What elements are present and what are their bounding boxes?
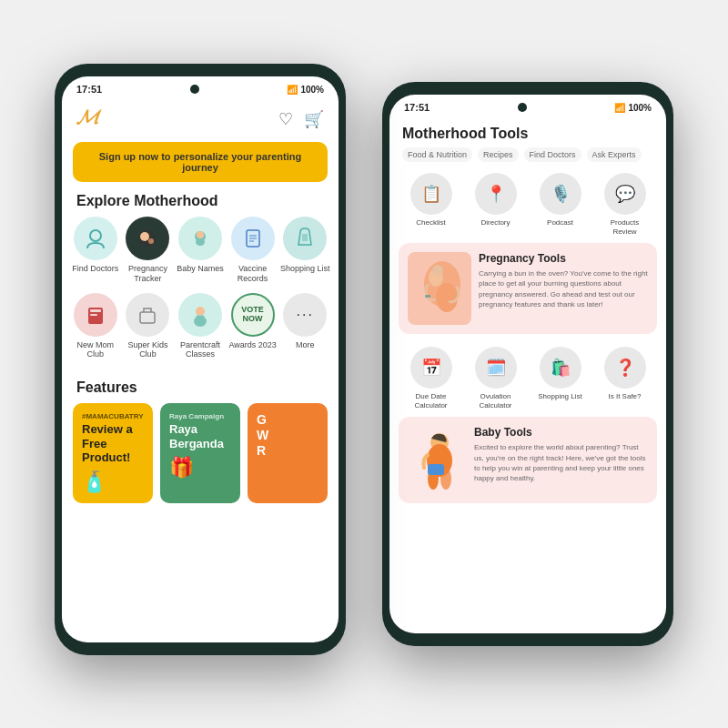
ovulation-label: Ovulation Calculator [469,392,523,410]
baby-image [408,426,467,494]
checklist-icon: 📋 [410,173,452,215]
tab-ask-experts[interactable]: Ask Experts [587,147,642,162]
baby-tools-desc: Excited to explore the world about paren… [474,442,648,483]
grid-awards-2023[interactable]: VOTENOW Awards 2023 [228,293,278,360]
tab-food-nutrition[interactable]: Food & Nutrition [402,147,472,162]
grid-baby-names[interactable]: Baby Names [175,217,226,284]
tool-due-date[interactable]: 📅 Due Date Calculator [404,347,459,410]
explore-row-2: New Mom Club Super Kids Club [69,293,331,360]
svg-point-13 [140,232,149,241]
wishlist-icon[interactable]: ♡ [278,109,293,129]
grid-parentcraft[interactable]: Parentcraft Classes [175,293,226,360]
grid-shopping-list[interactable]: Shopping List [279,217,330,284]
back-screen: 17:51 📶 100% Motherhood Tools Food & Nut… [389,95,666,633]
back-status-icons: 📶 100% [614,103,652,113]
card-image-2: 🎁 [169,456,231,480]
baby-tools-title: Baby Tools [474,426,648,439]
card-title-3: GWR [257,412,318,458]
explore-title: Explore Motherhood [62,182,339,217]
ovulation-icon: 🗓️ [475,347,517,389]
grid-pregnancy-tracker[interactable]: Pregnancy Tracker [122,217,173,284]
explore-grid: Find Doctors Pregnancy Tracker [62,217,339,359]
tool-ovulation[interactable]: 🗓️ Ovulation Calculator [469,347,523,410]
back-camera [518,103,527,112]
baby-names-label: Baby Names [177,264,224,274]
tool-shopping[interactable]: 🛍️ Shopping List [533,347,588,410]
back-time: 17:51 [404,102,430,113]
grid-vaccine-records[interactable]: Vaccine Records [228,217,278,284]
feature-card-3[interactable]: GWR [248,403,328,503]
products-review-label: Products Review [598,218,652,236]
pregnancy-image [408,252,471,325]
explore-row-1: Find Doctors Pregnancy Tracker [69,217,331,284]
baby-names-icon [178,217,222,260]
feature-card-raya[interactable]: Raya Campaign Raya Berganda 🎁 [160,403,240,503]
tab-find-doctors[interactable]: Find Doctors [524,147,581,162]
svg-rect-25 [90,314,97,316]
is-it-safe-icon: ❓ [604,347,646,389]
svg-rect-9 [428,464,444,475]
shopping-label: Shopping List [538,392,581,401]
promo-banner[interactable]: Sign up now to personalize your parentin… [73,142,328,182]
phone-back: 17:51 📶 100% Motherhood Tools Food & Nut… [382,82,673,646]
pregnancy-tools-text: Pregnancy Tools Carrying a bun in the ov… [479,252,648,309]
due-date-icon: 📅 [410,347,452,389]
podcast-icon: 🎙️ [540,173,581,215]
tool-products-review[interactable]: 💬 Products Review [598,173,652,236]
due-date-label: Due Date Calculator [404,392,459,410]
front-screen: 17:51 📶 100% 𝓜 ♡ 🛒 Sign up now to person… [62,76,339,642]
front-camera [190,85,199,94]
features-cards: #MAMACUBATRY Review a Free Product! 🧴 Ra… [62,403,339,503]
back-status-bar: 17:51 📶 100% [389,95,666,116]
svg-point-16 [197,231,204,238]
find-doctors-label: Find Doctors [72,264,118,274]
shopping-list-icon [283,217,327,260]
features-row: #MAMACUBATRY Review a Free Product! 🧴 Ra… [73,403,328,503]
more-label: More [296,340,315,350]
super-kids-club-icon [126,293,169,337]
baby-tools-card: Baby Tools Excited to explore the world … [399,417,657,503]
pregnancy-tracker-label: Pregnancy Tracker [122,264,173,284]
find-doctors-icon [74,217,117,260]
vaccine-records-icon [231,217,275,260]
back-tabs: Food & Nutrition Recipes Find Doctors As… [389,147,666,162]
checklist-label: Checklist [416,218,445,228]
products-review-icon: 💬 [604,173,646,215]
svg-point-3 [432,265,443,276]
svg-point-11 [90,230,101,241]
svg-rect-26 [140,312,155,323]
grid-super-kids-club[interactable]: Super Kids Club [122,293,173,360]
card-tag-1: #MAMACUBATRY [82,412,144,420]
grid-find-doctors[interactable]: Find Doctors [70,217,121,284]
svg-point-14 [148,238,154,244]
awards-2023-icon: VOTENOW [231,293,275,337]
card-image-1: 🧴 [82,470,144,494]
tool-podcast[interactable]: 🎙️ Podcast [533,173,588,236]
back-section-title: Motherhood Tools [389,116,666,147]
grid-new-mom-club[interactable]: New Mom Club [70,293,121,360]
shopping-list-label: Shopping List [280,264,330,274]
super-kids-club-label: Super Kids Club [122,340,173,360]
is-it-safe-label: Is It Safe? [608,392,641,401]
card-tag-2: Raya Campaign [169,412,231,420]
feature-card-review[interactable]: #MAMACUBATRY Review a Free Product! 🧴 [73,403,153,503]
vaccine-records-label: Vaccine Records [228,264,278,284]
svg-point-17 [196,238,205,246]
tool-is-it-safe[interactable]: ❓ Is It Safe? [598,347,652,410]
front-battery: 100% [300,85,324,95]
svg-point-27 [196,307,205,316]
svg-rect-4 [425,295,430,298]
baby-tools-text: Baby Tools Excited to explore the world … [474,426,648,483]
svg-point-2 [436,283,458,312]
back-battery: 100% [628,103,652,113]
tab-recipes[interactable]: Recipes [478,147,519,162]
grid-more[interactable]: ··· More [279,293,330,360]
directory-icon: 📍 [475,173,517,215]
tool-directory[interactable]: 📍 Directory [469,173,523,236]
cart-icon[interactable]: 🛒 [304,109,324,129]
front-status-bar: 17:51 📶 100% [62,76,339,98]
tool-checklist[interactable]: 📋 Checklist [404,173,459,236]
new-mom-club-label: New Mom Club [70,340,121,360]
shopping-icon: 🛍️ [540,347,581,389]
card-title-1: Review a Free Product! [82,422,144,465]
